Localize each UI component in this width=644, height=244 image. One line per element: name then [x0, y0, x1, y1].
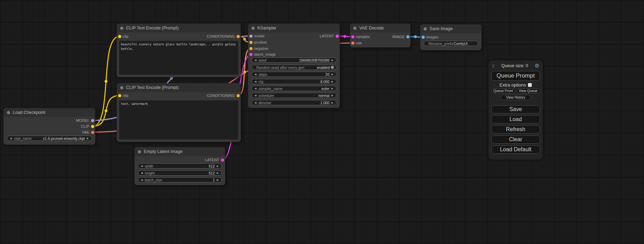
node-title-bar[interactable]: KSampler	[248, 24, 340, 33]
increase-arrow-icon[interactable]: ▶	[330, 101, 334, 104]
model-output-port[interactable]	[91, 119, 94, 122]
refresh-button[interactable]: Refresh	[491, 125, 540, 134]
port-label: vae	[356, 41, 362, 45]
increase-arrow-icon[interactable]: ▶	[330, 59, 334, 62]
node-clip-text-encode-positive[interactable]: CLIP Text Encode (Prompt) clip CONDITION…	[117, 24, 241, 77]
next-arrow-icon[interactable]: ▶	[330, 87, 334, 90]
denoise-widget[interactable]: ◀ denoise 1.000 ▶	[252, 100, 336, 105]
save-button[interactable]: Save	[491, 105, 540, 114]
queue-prompt-button[interactable]: Queue Prompt	[491, 71, 540, 81]
collapse-dot-icon[interactable]	[138, 150, 141, 153]
collapse-dot-icon[interactable]	[120, 86, 123, 89]
collapse-dot-icon[interactable]	[424, 27, 427, 30]
previous-arrow-icon[interactable]: ◀	[254, 87, 257, 90]
port-label: samples	[356, 35, 370, 39]
filename-prefix-widget[interactable]: filename_prefix ComfyUI	[424, 41, 478, 46]
image-output-port[interactable]	[406, 35, 409, 38]
model-input-port[interactable]	[249, 35, 253, 38]
widget-value: 512	[155, 171, 216, 175]
vae-input-port[interactable]	[351, 42, 354, 45]
view-queue-button[interactable]: View Queue	[517, 88, 540, 93]
node-clip-text-encode-negative[interactable]: CLIP Text Encode (Prompt) clip CONDITION…	[117, 83, 241, 142]
menu-drag-handle-icon[interactable]: ⣿	[492, 64, 495, 68]
cfg-widget[interactable]: ◀ cfg 8.000 ▶	[252, 79, 336, 84]
clip-output-port[interactable]	[91, 125, 94, 128]
increase-arrow-icon[interactable]: ▶	[330, 73, 334, 76]
next-arrow-icon[interactable]: ▶	[330, 94, 334, 97]
latent-output-port[interactable]	[221, 159, 224, 162]
node-title-bar[interactable]: VAE Decode	[350, 24, 411, 33]
widget-label: Random seed after every gen	[254, 65, 304, 70]
node-title-bar[interactable]: Empty Latent Image	[134, 147, 225, 156]
load-button[interactable]: Load	[491, 115, 540, 124]
collapse-dot-icon[interactable]	[120, 27, 123, 30]
node-load-checkpoint[interactable]: Load Checkpoint MODEL CLIP VAE ◀ ckpt_na…	[3, 108, 95, 145]
graph-canvas[interactable]: Load Checkpoint MODEL CLIP VAE ◀ ckpt_na…	[0, 0, 644, 244]
settings-gear-icon[interactable]: ⚙	[535, 63, 539, 69]
random-seed-toggle[interactable]: Random seed after every gen enabled	[252, 65, 336, 70]
previous-arrow-icon[interactable]: ◀	[9, 137, 13, 140]
negative-input-port[interactable]	[249, 47, 253, 50]
decrease-arrow-icon[interactable]: ◀	[254, 80, 257, 83]
images-input-port[interactable]	[422, 36, 425, 39]
load-default-button[interactable]: Load Default	[491, 145, 540, 154]
wire-clip-to-negative-prompt	[92, 96, 120, 126]
vae-output-port[interactable]	[91, 131, 94, 134]
samples-input-row: samples	[350, 34, 370, 40]
port-label: model	[254, 34, 264, 38]
vae-input-row: vae	[350, 40, 362, 46]
decrease-arrow-icon[interactable]: ◀	[140, 172, 144, 174]
conditioning-output-port[interactable]	[237, 35, 240, 38]
clear-button[interactable]: Clear	[491, 135, 540, 144]
port-label: latent_image	[254, 52, 276, 56]
collapse-dot-icon[interactable]	[353, 27, 356, 30]
increase-arrow-icon[interactable]: ▶	[216, 172, 220, 174]
collapse-dot-icon[interactable]	[7, 111, 10, 114]
latent-output-port[interactable]	[336, 35, 339, 38]
extra-options-checkbox[interactable]	[528, 83, 532, 87]
latent-image-input-port[interactable]	[249, 53, 253, 56]
increase-arrow-icon[interactable]: ▶	[216, 165, 220, 168]
scheduler-widget[interactable]: ◀ scheduler normal ▶	[252, 93, 336, 98]
node-ksampler[interactable]: KSampler model LATENT positive negative …	[248, 24, 340, 108]
decrease-arrow-icon[interactable]: ◀	[254, 59, 257, 62]
next-arrow-icon[interactable]: ▶	[86, 137, 90, 140]
negative-prompt-textarea[interactable]: text, watermark	[119, 100, 238, 139]
batch-size-widget[interactable]: ◀ batch_size 1 ▶	[138, 177, 222, 182]
seed-widget[interactable]: ◀ seed 156680208700286 ▶	[252, 57, 336, 63]
node-empty-latent-image[interactable]: Empty Latent Image LATENT ◀ width 512 ▶ …	[134, 147, 225, 185]
node-save-image[interactable]: Save Image images filename_prefix ComfyU…	[420, 24, 482, 50]
clip-input-port[interactable]	[118, 94, 121, 97]
decrease-arrow-icon[interactable]: ◀	[140, 179, 144, 181]
model-input-row: model	[248, 33, 264, 39]
wire-midpoint-dot	[105, 80, 107, 83]
collapse-dot-icon[interactable]	[252, 27, 255, 30]
node-title-bar[interactable]: Load Checkpoint	[3, 108, 95, 117]
positive-prompt-textarea[interactable]: beautiful scenery nature glass bottle la…	[119, 41, 238, 75]
increase-arrow-icon[interactable]: ▶	[330, 80, 334, 83]
clip-input-port[interactable]	[118, 35, 121, 38]
node-title-bar[interactable]: CLIP Text Encode (Prompt)	[117, 24, 241, 33]
conditioning-output-port[interactable]	[237, 94, 240, 97]
wire-clip-to-positive-prompt	[92, 36, 120, 126]
width-widget[interactable]: ◀ width 512 ▶	[138, 163, 222, 169]
queue-front-button[interactable]: Queue Front	[491, 88, 515, 93]
previous-arrow-icon[interactable]: ◀	[254, 94, 257, 97]
view-history-button[interactable]: View History	[501, 95, 531, 100]
positive-input-port[interactable]	[249, 41, 253, 44]
node-title-bar[interactable]: Save Image	[420, 24, 482, 33]
decrease-arrow-icon[interactable]: ◀	[140, 165, 144, 168]
samples-input-port[interactable]	[351, 35, 354, 38]
steps-widget[interactable]: ◀ steps 20 ▶	[252, 72, 336, 77]
node-title-bar[interactable]: CLIP Text Encode (Prompt)	[117, 83, 241, 92]
port-label: negative	[254, 46, 268, 51]
height-widget[interactable]: ◀ height 512 ▶	[138, 170, 222, 175]
ckpt-name-widget[interactable]: ◀ ckpt_name v1-5-pruned-emaonly.ckpt ▶	[7, 136, 92, 141]
port-label: LATENT	[320, 34, 334, 38]
widget-value: enabled	[304, 65, 331, 70]
sampler-name-widget[interactable]: ◀ sampler_name euler ▶	[252, 86, 336, 91]
increase-arrow-icon[interactable]: ▶	[216, 179, 220, 181]
decrease-arrow-icon[interactable]: ◀	[254, 101, 257, 104]
node-vae-decode[interactable]: VAE Decode samples IMAGE vae	[350, 24, 411, 47]
decrease-arrow-icon[interactable]: ◀	[254, 73, 257, 76]
